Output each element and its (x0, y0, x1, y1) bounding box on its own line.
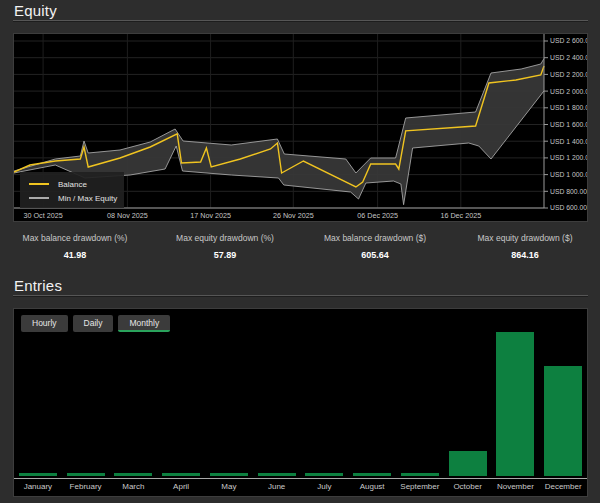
drawdown-stat: Max balance drawdown ($)605.64 (300, 233, 450, 260)
bar-december (544, 366, 582, 476)
y-axis-label: USD 2 200.00 (550, 71, 587, 78)
section-separator (13, 20, 588, 22)
y-axis-label: USD 1 600.00 (550, 121, 587, 128)
stat-label: Max balance drawdown (%) (0, 233, 150, 243)
entries-month-labels: JanuaryFebruaryMarchAprilMayJuneJulyAugu… (14, 482, 587, 491)
y-axis-label: USD 1 400.00 (550, 138, 587, 145)
y-axis-label: USD 800.00 (550, 188, 587, 195)
legend-item-min-max-equity: Min / Max Equity (20, 191, 124, 205)
x-axis-date-label: 08 Nov 2025 (107, 211, 148, 220)
month-label: June (253, 482, 301, 491)
drawdown-stat: Max equity drawdown ($)864.16 (450, 233, 600, 260)
stat-value: 605.64 (300, 250, 450, 260)
month-label: November (492, 482, 540, 491)
legend-label: Min / Max Equity (58, 194, 117, 203)
bar-november (496, 332, 534, 476)
bar-august (353, 473, 391, 476)
month-label: April (157, 482, 205, 491)
bar-january (19, 473, 57, 476)
stat-value: 864.16 (450, 250, 600, 260)
drawdown-stats-row: Max balance drawdown (%)41.98Max equity … (0, 233, 600, 260)
drawdown-stat: Max balance drawdown (%)41.98 (0, 233, 150, 260)
stat-label: Max equity drawdown (%) (150, 233, 300, 243)
equity-chart-panel: USD 2 600.00USD 2 400.00USD 2 200.00USD … (13, 33, 588, 222)
drawdown-stat: Max equity drawdown (%)57.89 (150, 233, 300, 260)
stat-label: Max equity drawdown ($) (450, 233, 600, 243)
bar-april (162, 473, 200, 476)
bar-february (67, 473, 105, 476)
equity-chart-legend: Balance Min / Max Equity (20, 172, 124, 208)
min-max-equity-line-swatch (29, 197, 49, 199)
month-label: February (62, 482, 110, 491)
y-axis-label: USD 2 000.00 (550, 88, 587, 95)
x-axis-date-label: 16 Dec 2025 (440, 211, 481, 220)
stat-value: 57.89 (150, 250, 300, 260)
entries-section-title: Entries (14, 277, 62, 294)
y-axis-label: USD 1 800.00 (550, 104, 587, 111)
entries-x-axis-line (14, 478, 587, 479)
y-axis-label: USD 600.00 (550, 204, 587, 211)
month-label: December (539, 482, 587, 491)
equity-section-title: Equity (14, 2, 57, 19)
y-axis-label: USD 2 400.00 (550, 54, 587, 61)
bar-june (258, 473, 296, 476)
y-axis-label: USD 1 200.00 (550, 154, 587, 161)
stat-value: 41.98 (0, 250, 150, 260)
bar-october (449, 451, 487, 476)
month-label: May (205, 482, 253, 491)
month-label: October (444, 482, 492, 491)
bar-march (114, 473, 152, 476)
x-axis-date-label: 17 Nov 2025 (190, 211, 231, 220)
legend-item-balance: Balance (20, 177, 124, 191)
x-axis-date-label: 06 Dec 2025 (357, 211, 398, 220)
month-label: March (110, 482, 158, 491)
stat-label: Max balance drawdown ($) (300, 233, 450, 243)
bar-may (210, 473, 248, 476)
legend-label: Balance (58, 180, 87, 189)
x-axis-date-label: 26 Nov 2025 (273, 211, 314, 220)
bar-september (401, 473, 439, 476)
entries-bar-chart (14, 309, 587, 496)
section-separator (13, 295, 588, 297)
y-axis-label: USD 2 600.00 (550, 37, 587, 44)
month-label: January (14, 482, 62, 491)
month-label: September (396, 482, 444, 491)
y-axis-label: USD 1 000.00 (550, 171, 587, 178)
month-label: July (301, 482, 349, 491)
bar-july (305, 473, 343, 476)
balance-line-swatch (29, 183, 49, 185)
month-label: August (348, 482, 396, 491)
x-axis-date-label: 30 Oct 2025 (24, 211, 63, 220)
entries-chart-panel: HourlyDailyMonthly JanuaryFebruaryMarchA… (13, 308, 588, 497)
